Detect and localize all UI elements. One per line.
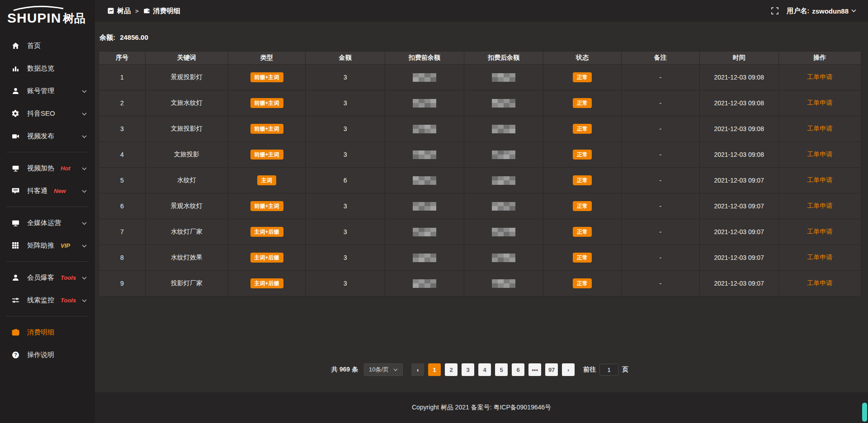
- chevron-down-icon: [82, 110, 87, 118]
- page-button-6[interactable]: 6: [512, 363, 524, 376]
- work-order-link[interactable]: 工单申请: [807, 202, 832, 210]
- col-header-balance-after: 扣费后余额: [464, 52, 543, 64]
- page-button-5[interactable]: 5: [495, 363, 508, 376]
- work-order-link[interactable]: 工单申请: [807, 125, 832, 133]
- work-order-link[interactable]: 工单申请: [807, 176, 832, 184]
- table-row: 5 水纹灯 主词 6 正常 - 2021-12-03 09:07 工单申请: [99, 168, 861, 193]
- gear-icon: [11, 109, 20, 118]
- cell-keyword: 水纹灯效果: [146, 245, 228, 270]
- screen-icon: [11, 164, 20, 173]
- cell-amount: 3: [306, 193, 385, 219]
- table-body: 1 景观投影灯 前缀+主词 3 正常 - 2021-12-03 09:08 工单…: [99, 65, 861, 296]
- col-header-time: 时间: [700, 52, 779, 64]
- type-badge: 前缀+主词: [250, 72, 283, 82]
- balance-value: 24856.00: [120, 33, 148, 41]
- sidebar-item-member-burst[interactable]: 会员爆客 Tools: [0, 266, 95, 289]
- work-order-link[interactable]: 工单申请: [807, 228, 832, 236]
- cell-action: 工单申请: [779, 142, 861, 167]
- cell-action: 工单申请: [779, 65, 861, 90]
- table-header-row: 序号 关键词 类型 金额 扣费前余额 扣费后余额 状态 备注 时间 操作: [99, 52, 861, 65]
- user-menu[interactable]: 用户名: zswodun88: [787, 7, 856, 15]
- tools-tag: Tools: [61, 274, 76, 281]
- next-page-button[interactable]: ›: [562, 363, 575, 376]
- redacted-balance: [413, 279, 436, 288]
- cell-balance-after: [464, 65, 543, 90]
- cell-amount: 3: [306, 271, 385, 296]
- home-icon: [11, 41, 20, 50]
- sidebar-item-video-publish[interactable]: 视频发布: [0, 125, 95, 147]
- sidebar-item-instructions[interactable]: ? 操作说明: [0, 343, 95, 366]
- sidebar-item-consumption-detail[interactable]: 消费明细: [0, 321, 95, 343]
- cell-amount: 3: [306, 90, 385, 116]
- dashboard-icon: [108, 8, 114, 14]
- fullscreen-icon[interactable]: [771, 7, 778, 14]
- page-button-97[interactable]: 97: [545, 363, 558, 376]
- topbar: 树品 > 消费明细 用户名: zswodun88: [95, 0, 868, 22]
- redacted-balance: [413, 202, 436, 211]
- status-badge: 正常: [573, 227, 592, 237]
- col-header-balance-before: 扣费前余额: [385, 52, 464, 64]
- sidebar-item-home[interactable]: 首页: [0, 34, 95, 57]
- work-order-link[interactable]: 工单申请: [807, 254, 832, 262]
- sidebar-item-label: 线索监控: [27, 296, 54, 305]
- help-icon: ?: [11, 350, 20, 359]
- chevron-down-icon: [82, 242, 87, 249]
- breadcrumb-current[interactable]: 消费明细: [143, 7, 180, 15]
- cell-type: 主词+后缀: [228, 271, 306, 296]
- cell-keyword: 水纹灯: [146, 168, 228, 193]
- page-size-select[interactable]: 10条/页: [364, 363, 403, 376]
- work-order-link[interactable]: 工单申请: [807, 150, 832, 159]
- sidebar-item-video-heat[interactable]: 视频加热 Hot: [0, 157, 95, 179]
- user-icon: [11, 86, 20, 95]
- sidebar-item-data-overview[interactable]: 数据总览: [0, 57, 95, 80]
- sidebar-item-media-operation[interactable]: 全媒体运营: [0, 212, 95, 234]
- cell-balance-after: [464, 193, 543, 219]
- redacted-balance: [492, 279, 515, 288]
- vip-tag: VIP: [61, 242, 70, 249]
- cell-keyword: 景观水纹灯: [146, 193, 228, 219]
- redacted-balance: [492, 99, 515, 108]
- cell-time: 2021-12-03 09:07: [700, 245, 779, 270]
- sidebar-item-douyin-seo[interactable]: 抖音SEO: [0, 102, 95, 125]
- cell-balance-before: [385, 65, 464, 90]
- cell-keyword: 文旅水纹灯: [146, 90, 228, 116]
- consumption-table: 序号 关键词 类型 金额 扣费前余额 扣费后余额 状态 备注 时间 操作 1 景…: [99, 51, 861, 296]
- scrollbar-thumb[interactable]: [862, 403, 867, 422]
- breadcrumb-label: 树品: [117, 7, 131, 15]
- breadcrumb-home[interactable]: 树品: [108, 7, 131, 15]
- type-badge: 主词: [257, 175, 276, 185]
- tools-tag: Tools: [61, 297, 76, 304]
- sidebar-item-label: 视频发布: [27, 132, 54, 141]
- sidebar-item-account-mgmt[interactable]: 账号管理: [0, 80, 95, 102]
- cell-no: 9: [99, 271, 146, 296]
- work-order-link[interactable]: 工单申请: [807, 73, 832, 81]
- chevron-down-icon: [851, 9, 856, 13]
- cell-balance-before: [385, 193, 464, 219]
- cell-amount: 3: [306, 116, 385, 141]
- cell-action: 工单申请: [779, 90, 861, 116]
- sidebar-item-matrix-boost[interactable]: 矩阵助推 VIP: [0, 234, 95, 257]
- sidebar-item-douketong[interactable]: 抖客通 New: [0, 179, 95, 202]
- footer: Copyright 树品 2021 备案号: 粤ICP备09019646号: [95, 392, 868, 423]
- cell-type: 前缀+主词: [228, 65, 306, 90]
- goto-page-input[interactable]: [599, 364, 618, 376]
- cell-balance-after: [464, 271, 543, 296]
- sidebar-item-label: 抖客通: [27, 187, 47, 195]
- page-button-4[interactable]: 4: [478, 363, 491, 376]
- cell-remark: -: [622, 168, 700, 193]
- more-pages-button[interactable]: •••: [528, 363, 541, 376]
- page-button-3[interactable]: 3: [462, 363, 474, 376]
- prev-page-button[interactable]: ‹: [411, 363, 424, 376]
- page-button-2[interactable]: 2: [445, 363, 458, 376]
- sidebar-nav: 首页 数据总览 账号管理 抖音SEO 视频发布: [0, 34, 95, 366]
- work-order-link[interactable]: 工单申请: [807, 99, 832, 107]
- sidebar-item-lead-monitor[interactable]: 线索监控 Tools: [0, 289, 95, 311]
- cell-no: 7: [99, 219, 146, 244]
- cell-status: 正常: [543, 116, 622, 141]
- work-order-link[interactable]: 工单申请: [807, 279, 832, 287]
- redacted-balance: [413, 176, 436, 185]
- chevron-down-icon: [82, 164, 87, 172]
- page-button-1[interactable]: 1: [428, 363, 441, 376]
- status-badge: 正常: [573, 201, 592, 211]
- cell-remark: -: [622, 142, 700, 167]
